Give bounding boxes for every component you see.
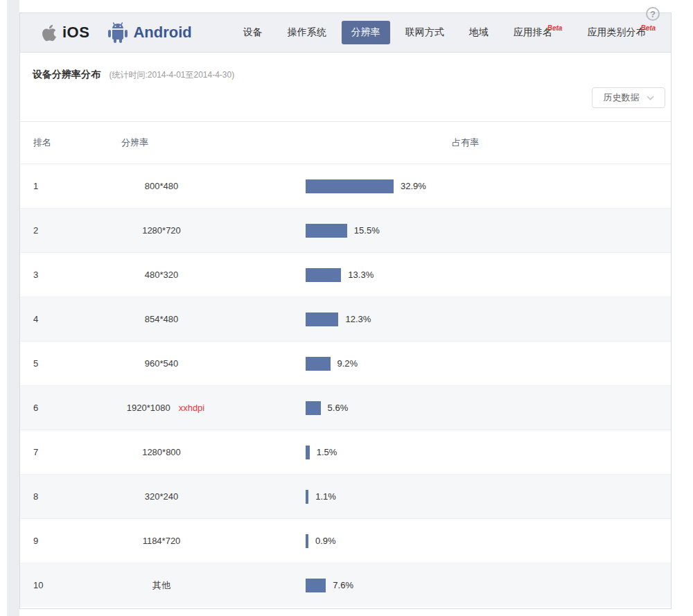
share-percent: 32.9% [401,181,426,191]
table-row: 10 其他 7.6% [20,563,671,607]
help-icon[interactable]: ? [646,7,660,21]
table-header: 排名 分辨率 占有率 [20,122,671,164]
tab-device[interactable]: 设备 [234,21,272,44]
resolution-value: 960*540 [145,358,178,369]
share-bar [306,224,347,238]
resolution-value: 854*480 [145,314,178,324]
platform-android[interactable]: Android [107,21,191,44]
table-row: 9 1184*720 0.9% [20,518,671,563]
resolution-cell: 其他 [82,579,249,592]
page-left-gutter [7,0,19,616]
resolution-cell: 1920*1080xxhdpi [82,403,249,413]
table-row: 2 1280*720 15.5% [20,208,671,252]
share-cell: 13.3% [249,268,671,282]
share-cell: 5.6% [249,401,671,415]
share-percent: 1.5% [317,447,337,457]
history-data-value: 历史数据 [604,91,640,104]
tab-network[interactable]: 联网方式 [396,21,454,44]
tab-app-category[interactable]: 应用类别分布Beta [577,21,665,44]
panel-title: 设备分辨率分布 [33,69,100,81]
resolution-value: 320*240 [145,491,178,502]
tab-app-category-label: 应用类别分布 [587,26,645,37]
share-bar [306,534,308,548]
platform-ios[interactable]: iOS [41,24,89,42]
rank-cell: 3 [20,270,82,280]
panel-header: 设备分辨率分布 (统计时间:2014-4-01至2014-4-30) 历史数据 [20,53,671,122]
rank-cell: 10 [20,580,82,590]
share-bar [306,579,326,592]
share-bar [306,179,394,193]
history-data-select[interactable]: 历史数据 [592,87,665,108]
share-percent: 7.6% [333,580,353,590]
rank-cell: 8 [20,491,82,502]
share-percent: 9.2% [337,358,358,369]
resolution-cell: 1280*720 [82,225,249,236]
tab-resolution[interactable]: 分辨率 [342,21,390,44]
share-bar [306,446,310,459]
ios-label: iOS [62,24,89,42]
rank-cell: 9 [20,536,82,546]
rank-cell: 1 [20,181,82,191]
top-nav: iOS [20,13,671,53]
resolution-cell: 800*480 [82,181,249,191]
share-percent: 13.3% [348,270,374,280]
apple-icon [41,24,58,42]
table-row: 1 800*480 32.9% [20,164,671,208]
analytics-card: iOS [19,12,672,609]
table-row: 5 960*540 9.2% [20,341,671,385]
table-row: 8 320*240 1.1% [20,474,671,518]
share-bar [306,357,331,371]
tab-app-ranking[interactable]: 应用排名Beta [504,21,572,44]
share-percent: 12.3% [345,314,371,324]
table-row: 6 1920*1080xxhdpi 5.6% [20,385,671,430]
share-cell: 0.9% [249,534,671,548]
resolution-cell: 960*540 [82,358,249,369]
resolution-note: xxhdpi [179,403,205,413]
share-cell: 7.6% [249,579,671,592]
share-cell: 12.3% [249,313,671,326]
tab-app-ranking-label: 应用排名 [514,26,552,37]
header-share: 占有率 [249,137,671,149]
share-bar [306,401,321,415]
header-resolution: 分辨率 [82,137,249,149]
share-cell: 1.1% [249,490,671,504]
share-percent: 15.5% [354,225,380,236]
rank-cell: 6 [20,403,82,413]
share-percent: 1.1% [315,491,336,502]
resolution-value: 其他 [152,580,170,590]
beta-badge: Beta [547,24,563,32]
share-cell: 15.5% [249,224,671,238]
share-cell: 9.2% [249,357,671,371]
rank-cell: 4 [20,314,82,324]
nav-tabs: 设备 操作系统 分辨率 联网方式 地域 应用排名Beta 应用类别分布Beta [231,21,668,44]
resolution-cell: 1184*720 [82,536,249,546]
share-percent: 0.9% [315,536,336,546]
header-rank: 排名 [20,137,82,149]
resolution-value: 1280*800 [142,447,181,457]
table-row: 4 854*480 12.3% [20,297,671,341]
panel-period: (统计时间:2014-4-01至2014-4-30) [109,70,234,80]
resolution-cell: 854*480 [82,314,249,324]
resolution-cell: 480*320 [82,270,249,280]
table-row: 3 480*320 13.3% [20,252,671,297]
rank-cell: 7 [20,447,82,457]
chevron-down-icon [647,96,654,100]
resolution-value: 1184*720 [143,536,181,546]
share-bar [306,313,338,326]
resolution-value: 1920*1080 [127,403,170,413]
share-bar [306,490,308,504]
share-percent: 5.6% [328,403,349,413]
resolution-value: 480*320 [145,270,178,280]
android-icon [107,21,128,44]
page: iOS [0,0,693,616]
resolution-value: 1280*720 [142,225,181,236]
tab-os[interactable]: 操作系统 [278,21,336,44]
table-body: 1 800*480 32.9% 2 1280*720 15.5% 3 480 [20,164,671,607]
share-cell: 1.5% [249,446,671,459]
share-bar [306,268,341,282]
beta-badge: Beta [640,24,656,32]
tab-region[interactable]: 地域 [459,21,498,44]
resolution-cell: 1280*800 [82,447,249,457]
resolution-value: 800*480 [145,181,178,191]
resolution-cell: 320*240 [82,491,249,502]
